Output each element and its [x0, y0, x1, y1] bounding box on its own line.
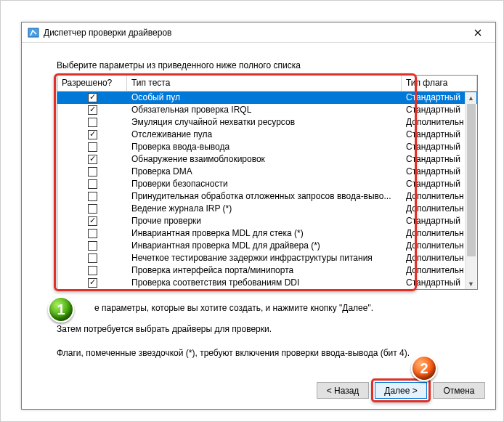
settings-listview[interactable]: Разрешено? Тип теста Тип флага Особый пу…	[57, 75, 478, 290]
window-title: Диспетчер проверки драйверов	[44, 28, 463, 38]
listview-row[interactable]: Особый пулСтандартный	[57, 92, 477, 104]
listview-row[interactable]: Проверка соответствия требованиям DDIСта…	[57, 277, 477, 289]
row-checkbox[interactable]	[88, 155, 97, 164]
instruction-text: Выберите параметры из приведенного ниже …	[57, 60, 479, 70]
back-button[interactable]: < Назад	[317, 382, 369, 399]
row-checkbox-cell	[57, 116, 127, 129]
cancel-button[interactable]: Отмена	[433, 382, 485, 399]
listview-row[interactable]: Нечеткое тестирование задержки инфрастру…	[57, 252, 477, 264]
row-test-label: Отслеживание пула	[127, 129, 402, 141]
listview-row[interactable]: Инвариантная проверка MDL для стека (*)Д…	[57, 227, 477, 240]
row-checkbox[interactable]	[88, 179, 97, 189]
row-checkbox[interactable]	[88, 118, 97, 127]
listview-header: Разрешено? Тип теста Тип флага	[57, 76, 477, 92]
row-test-label: Проверка интерфейса порта/минипорта	[127, 264, 402, 277]
scrollbar-down-icon[interactable]: ▼	[466, 278, 476, 290]
app-icon	[28, 27, 39, 38]
listview-row[interactable]: Проверка ввода-выводаСтандартный	[57, 141, 477, 153]
listview-row[interactable]: Проверка интерфейса порта/минипортаДопол…	[57, 264, 477, 277]
row-checkbox-cell	[57, 178, 127, 190]
listview-row[interactable]: Прочие проверкиСтандартный	[57, 215, 477, 227]
wizard-content: Выберите параметры из приведенного ниже …	[22, 43, 495, 361]
listview-row[interactable]: Принудительная обработка отложенных запр…	[57, 190, 477, 203]
listview-row[interactable]: Проверка DMAСтандартный	[57, 166, 477, 178]
listview-scrollbar[interactable]: ▲ ▼	[465, 92, 476, 290]
row-checkbox-cell	[57, 141, 127, 153]
row-checkbox[interactable]	[88, 105, 97, 115]
row-checkbox[interactable]	[88, 167, 97, 176]
column-allowed[interactable]: Разрешено?	[57, 76, 127, 91]
title-bar: Диспетчер проверки драйверов	[22, 23, 495, 43]
scrollbar-up-icon[interactable]: ▲	[466, 92, 476, 104]
row-checkbox-cell	[57, 227, 127, 240]
wizard-button-bar: < Назад Далее > Отмена	[317, 382, 485, 399]
row-checkbox-cell	[57, 203, 127, 215]
row-checkbox[interactable]	[88, 142, 97, 152]
row-checkbox-cell	[57, 215, 127, 227]
hint-line-1: е параметры, которые вы хотите создать, …	[94, 300, 479, 317]
row-checkbox-cell	[57, 129, 127, 141]
row-checkbox-cell	[57, 166, 127, 178]
row-checkbox[interactable]	[88, 278, 97, 288]
row-test-label: Инвариантная проверка MDL для драйвера (…	[127, 240, 402, 252]
annotation-badge-1: 1	[48, 296, 74, 322]
row-checkbox[interactable]	[88, 229, 97, 238]
listview-row[interactable]: Ведение журнала IRP (*)Дополнительный	[57, 203, 477, 215]
row-checkbox-cell	[57, 277, 127, 289]
listview-row[interactable]: Эмуляция случайной нехватки ресурсовДопо…	[57, 116, 477, 129]
row-test-label: Проверка ввода-вывода	[127, 141, 402, 153]
row-test-label: Обязательная проверка IRQL	[127, 104, 402, 116]
row-test-label: Особый пул	[127, 92, 402, 104]
row-checkbox-cell	[57, 252, 127, 264]
row-checkbox-cell	[57, 104, 127, 116]
row-test-label: Инвариантная проверка MDL для стека (*)	[127, 227, 402, 240]
listview-row[interactable]: Обнаружение взаимоблокировокСтандартный	[57, 153, 477, 166]
row-checkbox-cell	[57, 240, 127, 252]
row-checkbox[interactable]	[88, 241, 97, 251]
row-checkbox[interactable]	[88, 130, 97, 139]
row-test-label: Принудительная обработка отложенных запр…	[127, 190, 402, 203]
svg-rect-0	[28, 28, 38, 37]
row-checkbox-cell	[57, 153, 127, 166]
row-checkbox[interactable]	[88, 192, 97, 201]
row-checkbox[interactable]	[88, 204, 97, 214]
column-flag-type[interactable]: Тип флага	[402, 76, 477, 91]
column-test-type[interactable]: Тип теста	[127, 76, 402, 91]
screenshot-frame: Диспетчер проверки драйверов Выберите па…	[0, 0, 504, 422]
next-button[interactable]: Далее >	[375, 382, 427, 399]
row-checkbox[interactable]	[88, 266, 97, 275]
hint-line-2: Затем потребуется выбрать драйверы для п…	[57, 321, 479, 338]
row-test-label: Проверка соответствия требованиям DDI	[127, 277, 402, 289]
row-checkbox[interactable]	[88, 253, 97, 263]
row-test-label: Ведение журнала IRP (*)	[127, 203, 402, 215]
row-checkbox[interactable]	[88, 93, 97, 102]
scrollbar-thumb[interactable]	[467, 104, 476, 256]
row-test-label: Проверка DMA	[127, 166, 402, 178]
row-checkbox-cell	[57, 92, 127, 104]
row-checkbox[interactable]	[88, 216, 97, 226]
row-test-label: Прочие проверки	[127, 215, 402, 227]
row-test-label: Эмуляция случайной нехватки ресурсов	[127, 116, 402, 129]
row-checkbox-cell	[57, 264, 127, 277]
close-button[interactable]	[463, 25, 492, 41]
row-test-label: Обнаружение взаимоблокировок	[127, 153, 402, 166]
listview-row[interactable]: Проверки безопасностиСтандартный	[57, 178, 477, 190]
driver-verifier-window: Диспетчер проверки драйверов Выберите па…	[21, 22, 496, 410]
row-test-label: Нечеткое тестирование задержки инфрастру…	[127, 252, 402, 264]
row-checkbox-cell	[57, 190, 127, 203]
listview-row[interactable]: Обязательная проверка IRQLСтандартный	[57, 104, 477, 116]
annotation-badge-2: 2	[411, 355, 437, 381]
listview-row[interactable]: Отслеживание пулаСтандартный	[57, 129, 477, 141]
row-test-label: Проверки безопасности	[127, 178, 402, 190]
listview-row[interactable]: Инвариантная проверка MDL для драйвера (…	[57, 240, 477, 252]
wizard-hints: е параметры, которые вы хотите создать, …	[57, 300, 479, 361]
